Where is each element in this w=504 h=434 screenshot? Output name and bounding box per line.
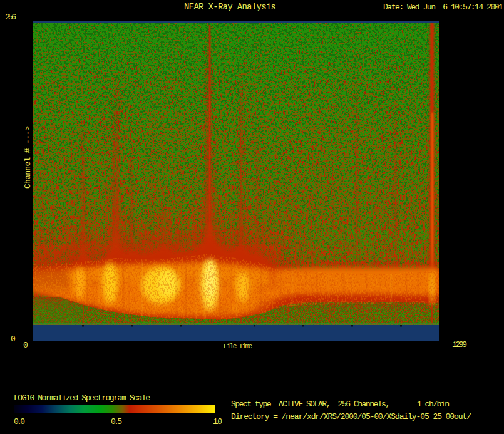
- svg-text:256: 256: [5, 13, 16, 22]
- svg-text:Channel # --->: Channel # --->: [23, 126, 33, 189]
- svg-text:0: 0: [23, 341, 28, 350]
- svg-text:0: 0: [11, 334, 16, 344]
- svg-text:0.0: 0.0: [14, 417, 25, 426]
- svg-text:Date: Wed Jun 6 10:57:14 2001: Date: Wed Jun 6 10:57:14 2001: [383, 3, 503, 12]
- svg-text:File Time: File Time: [224, 343, 252, 350]
- svg-text:LOG10 Normalized Spectrogram S: LOG10 Normalized Spectrogram Scale: [14, 393, 150, 403]
- svg-text:1.0: 1.0: [213, 417, 222, 426]
- svg-text:1299: 1299: [452, 340, 467, 349]
- svg-text:Directory = /near/xdr/XRS/2000: Directory = /near/xdr/XRS/2000/05-00/XSd…: [231, 412, 471, 421]
- svg-text:Spect type= ACTIVE SOLAR, 256: Spect type= ACTIVE SOLAR, 256 Channels, …: [231, 400, 450, 409]
- svg-text:NEAR X-Ray Analysis: NEAR X-Ray Analysis: [184, 2, 276, 12]
- svg-text:0.5: 0.5: [111, 417, 122, 426]
